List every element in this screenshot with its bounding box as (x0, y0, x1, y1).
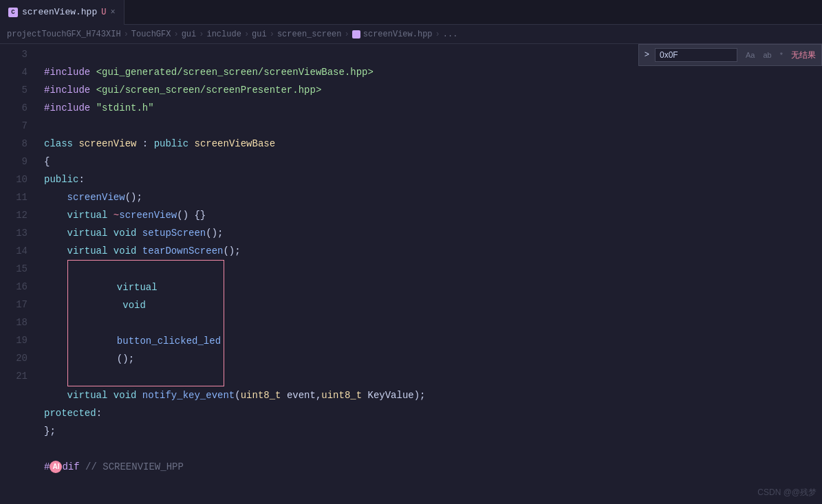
line-num-8: 8 (8, 135, 28, 153)
breadcrumb-file: screenView.hpp (352, 30, 433, 39)
tab-modified-indicator: U (101, 8, 106, 17)
line-num-6: 6 (8, 99, 28, 117)
tab-screenview[interactable]: C screenView.hpp U × (0, 0, 125, 25)
line-num-19: 19 (8, 331, 28, 349)
class-keyword: class (44, 135, 73, 153)
line-num-21: 21 (8, 367, 28, 385)
public-access: public (44, 171, 78, 188)
line-num-10: 10 (8, 171, 28, 188)
code-line-15: virtual void button_clicked_led (); (44, 260, 822, 386)
line-num-9: 9 (8, 153, 28, 171)
code-line-21 (44, 476, 822, 494)
include-keyword-6: #include (44, 99, 90, 117)
virtual-kw-12: virtual (67, 206, 108, 224)
ai-icon: AI (50, 461, 62, 473)
line-num-12: 12 (8, 206, 28, 224)
notify-key-name: notify_key_event (142, 386, 235, 404)
protected-access: protected (44, 404, 96, 422)
tilde-12: ~ (113, 206, 119, 224)
line-num-14: 14 (8, 242, 28, 260)
highlighted-box: virtual void button_clicked_led (); (67, 260, 224, 386)
void-kw-16: void (107, 386, 136, 404)
line-num-11: 11 (8, 188, 28, 206)
hash-20: # (44, 458, 50, 476)
line-numbers: 3 4 5 6 7 8 9 10 11 12 13 14 15 16 17 18… (0, 44, 33, 504)
include-keyword-4: #include (44, 63, 90, 81)
include-keyword-5: #include (44, 81, 90, 99)
search-panel: > Aa ab * 无结果 (638, 44, 822, 66)
search-chevron-icon[interactable]: > (645, 50, 649, 60)
line-num-5: 5 (8, 81, 28, 99)
search-input[interactable] (655, 48, 737, 62)
code-line-20: # AI dif // SCREENVIEW_HPP (44, 458, 822, 476)
public-keyword: public (154, 135, 188, 153)
code-line-14: virtual void tearDownScreen (); (44, 242, 822, 260)
breadcrumb-gui: gui (182, 30, 197, 39)
code-content: #include <gui_generated/screen_screen/sc… (33, 44, 822, 504)
tab-file-icon: C (8, 8, 18, 17)
code-line-16: virtual void notify_key_event ( uint8_t … (44, 386, 822, 404)
code-line-18: }; (44, 422, 822, 440)
tab-bar: C screenView.hpp U × (0, 0, 822, 25)
virtual-kw-13: virtual (67, 224, 108, 242)
line-num-17: 17 (8, 296, 28, 314)
space-6 (90, 99, 96, 117)
line-num-18: 18 (8, 314, 28, 331)
virtual-kw-15: virtual (117, 282, 158, 293)
setup-screen-name: setupScreen (142, 224, 206, 242)
void-kw-14: void (107, 242, 136, 260)
breadcrumb-file-icon (352, 30, 360, 39)
line-num-16: 16 (8, 278, 28, 296)
virtual-kw-16: virtual (67, 386, 108, 404)
endif-dif: dif (62, 458, 79, 476)
editor: 3 4 5 6 7 8 9 10 11 12 13 14 15 16 17 18… (0, 44, 822, 504)
breadcrumb: projectTouchGFX_H743XIH › TouchGFX › gui… (0, 25, 822, 44)
uint8-type-1: uint8_t (241, 386, 281, 404)
breadcrumb-ellipsis: ... (443, 30, 458, 39)
breadcrumb-screen-screen: screen_screen (277, 30, 342, 39)
space-4 (90, 63, 96, 81)
virtual-kw-14: virtual (67, 242, 108, 260)
base-class-name: screenViewBase (194, 135, 275, 153)
code-line-8: class screenView : public screenViewBase (44, 135, 822, 153)
code-line-12: virtual ~ screenView () {} (44, 206, 822, 224)
space-5 (90, 81, 96, 99)
code-line-5: #include <gui/screen_screen/screenPresen… (44, 81, 822, 99)
destructor-name: screenView (119, 206, 177, 224)
line-num-4: 4 (8, 63, 28, 81)
code-line-7 (44, 117, 822, 135)
line-num-7: 7 (8, 117, 28, 135)
code-line-19 (44, 440, 822, 458)
search-case-button[interactable]: Aa (743, 50, 757, 61)
include-path-5: <gui/screen_screen/screenPresenter.hpp> (96, 81, 322, 99)
code-line-13: virtual void setupScreen (); (44, 224, 822, 242)
line-num-20: 20 (8, 349, 28, 367)
code-line-10: public : (44, 171, 822, 188)
breadcrumb-include: include (206, 30, 241, 39)
breadcrumb-filename: screenView.hpp (363, 30, 433, 39)
search-whole-word-button[interactable]: ab (760, 50, 774, 61)
code-line-11: screenView (); (44, 188, 822, 206)
search-no-result: 无结果 (791, 50, 816, 61)
breadcrumb-project: projectTouchGFX_H743XIH (7, 30, 121, 39)
teardown-name: tearDownScreen (142, 242, 224, 260)
endif-comment: // SCREENVIEW_HPP (80, 458, 184, 476)
search-options: Aa ab * (743, 50, 786, 61)
include-path-6: "stdint.h" (96, 99, 154, 117)
line-num-13: 13 (8, 224, 28, 242)
code-line-6: #include "stdint.h" (44, 99, 822, 117)
constructor-name: screenView (67, 188, 125, 206)
line-num-15: 15 (8, 260, 28, 278)
line-num-3: 3 (8, 45, 28, 63)
tab-close-button[interactable]: × (110, 8, 115, 17)
uint8-type-2: uint8_t (321, 386, 362, 404)
void-kw-13: void (107, 224, 136, 242)
void-kw-15: void (117, 300, 146, 311)
include-path-4: <gui_generated/screen_screen/screenViewB… (96, 63, 374, 81)
watermark: CSDN @@残梦 (757, 487, 816, 498)
button-clicked-name: button_clicked_led (117, 336, 221, 347)
breadcrumb-touchgfx: TouchGFX (131, 30, 171, 39)
search-regex-button[interactable]: * (777, 50, 786, 61)
code-line-17: protected : (44, 404, 822, 422)
class-name: screenView (78, 135, 136, 153)
